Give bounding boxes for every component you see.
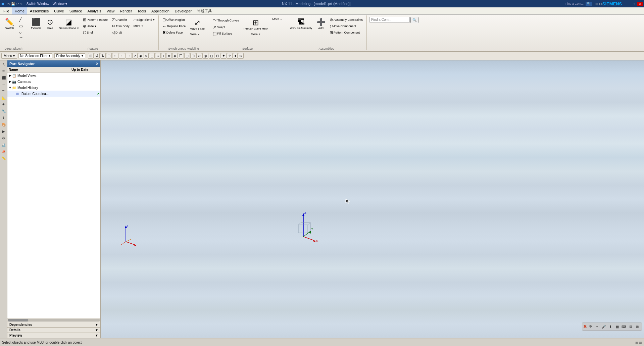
- datum-plane-btn[interactable]: ◪ Datum Plane ▾: [57, 16, 81, 31]
- sidebar-info-icon[interactable]: ℹ: [1, 115, 7, 121]
- sidebar-pmi-icon[interactable]: 📏: [1, 155, 7, 161]
- menu-developer[interactable]: Developer: [172, 7, 194, 14]
- snap-btn-10[interactable]: ○: [144, 53, 149, 59]
- tray-audio-icon[interactable]: 🎤: [601, 324, 607, 330]
- snap-btn-11[interactable]: ◻: [149, 53, 155, 59]
- menu-dropdown-btn[interactable]: Menu ▾: [1, 53, 17, 59]
- snap-btn-2[interactable]: ↺: [94, 53, 100, 59]
- chamfer-btn[interactable]: ◸ Chamfer: [110, 17, 131, 23]
- through-curves-btn[interactable]: 〜 Through Curves: [211, 17, 241, 24]
- sync-more-btn[interactable]: More ▼: [188, 32, 206, 37]
- menu-surface[interactable]: Surface: [67, 7, 85, 14]
- close-btn[interactable]: ×: [637, 2, 643, 6]
- sketch-button[interactable]: ✏️ Sketch: [2, 16, 17, 31]
- snap-btn-9[interactable]: ◈: [138, 53, 143, 59]
- part-navigator-close[interactable]: ×: [96, 61, 98, 66]
- menu-render[interactable]: Render: [117, 7, 135, 14]
- nav-scrollbar[interactable]: [7, 318, 100, 322]
- tray-windows-icon[interactable]: ⊞: [634, 324, 640, 330]
- fill-surface-btn[interactable]: ⬚ Fill Surface: [211, 31, 241, 37]
- snap-btn-4[interactable]: ⊡: [106, 53, 112, 59]
- tree-item-cameras[interactable]: ▶ 📷 Cameras: [7, 79, 100, 85]
- work-on-assembly-btn[interactable]: 🏗 Work on Assembly: [288, 16, 314, 31]
- expand-model-views[interactable]: ▶: [8, 74, 12, 77]
- menu-tools[interactable]: Tools: [135, 7, 149, 14]
- sidebar-inspect-icon[interactable]: 🔬: [1, 142, 7, 148]
- arc-tool[interactable]: ⌒: [17, 36, 25, 43]
- sidebar-analysis2-icon[interactable]: 📐: [1, 95, 7, 101]
- switch-window-btn[interactable]: Switch Window: [27, 2, 49, 6]
- dependencies-header[interactable]: Dependencies ▼: [7, 322, 100, 327]
- trim-body-btn[interactable]: ✂ Trim Body: [110, 23, 131, 29]
- snap-btn-22[interactable]: ⊡: [215, 53, 220, 59]
- menu-special[interactable]: 裕起工具: [194, 7, 214, 14]
- snap-btn-13[interactable]: +: [161, 53, 166, 59]
- swept-btn[interactable]: ↗ Swept: [211, 24, 241, 30]
- feature-more-btn[interactable]: More ▼: [132, 23, 156, 28]
- tray-kb-icon[interactable]: ⌨: [621, 324, 627, 330]
- tree-item-datum-coord[interactable]: ⊞ Datum Coordina... ✔: [7, 91, 100, 97]
- details-header[interactable]: Details ▼: [7, 328, 100, 333]
- edge-blend-btn[interactable]: ⌐ Edge Blend ▾: [132, 17, 156, 23]
- snap-btn-18[interactable]: ⊞: [190, 53, 196, 59]
- menu-application[interactable]: Application: [149, 7, 172, 14]
- tray-grid-icon[interactable]: ▦: [614, 324, 620, 330]
- snap-btn-24[interactable]: ✧: [227, 53, 233, 59]
- snap-btn-7[interactable]: →: [126, 53, 132, 59]
- sidebar-sync2-icon[interactable]: ↔: [1, 81, 7, 87]
- circle-tool[interactable]: ○: [17, 30, 25, 36]
- add-btn[interactable]: ➕ Add: [314, 16, 327, 31]
- shell-btn[interactable]: ⬡ Shell: [81, 30, 110, 36]
- unite-btn[interactable]: ⊕ Unite ▾: [81, 23, 110, 29]
- viewport[interactable]: Z X Y: [101, 60, 644, 338]
- replace-face-btn[interactable]: ↔ Replace Face: [161, 23, 188, 29]
- preview-header[interactable]: Preview ▼: [7, 333, 100, 338]
- rect-tool[interactable]: ▭: [17, 23, 25, 29]
- sidebar-anim-icon[interactable]: ▶: [1, 128, 7, 134]
- snap-btn-21[interactable]: ◻: [209, 53, 214, 59]
- surface-more-btn2[interactable]: More ▼: [249, 32, 262, 37]
- tray-monitor-icon[interactable]: 🖥: [628, 324, 634, 330]
- sidebar-sketch2-icon[interactable]: ✏: [1, 68, 7, 74]
- scope-dropdown[interactable]: Entire Assembly ▼: [54, 53, 85, 58]
- selection-filter-dropdown[interactable]: No Selection Filter ▼: [18, 53, 53, 58]
- window-menu-btn[interactable]: Window ▾: [53, 2, 67, 6]
- draft-btn[interactable]: ◁ Draft: [110, 30, 131, 36]
- minimize-btn[interactable]: −: [625, 2, 631, 6]
- tree-item-model-views[interactable]: ▶ 📋 Model Views: [7, 72, 100, 79]
- snap-btn-8[interactable]: ⊳: [132, 53, 138, 59]
- tray-lang-icon[interactable]: 中: [587, 324, 593, 330]
- snap-btn-23[interactable]: ✦: [221, 53, 227, 59]
- snap-btn-12[interactable]: ⊕: [155, 53, 161, 59]
- menu-file[interactable]: File: [1, 7, 12, 14]
- pattern-component-btn[interactable]: ⊞ Pattern Component: [328, 30, 364, 36]
- snap-btn-3[interactable]: ↻: [100, 53, 106, 59]
- menu-home[interactable]: Home: [12, 7, 27, 14]
- through-curve-mesh-btn[interactable]: ⊞ Through Curve Mesh: [241, 17, 270, 32]
- menu-assemblies[interactable]: Assemblies: [27, 7, 51, 14]
- surface-more-btn[interactable]: More ▼: [271, 17, 284, 21]
- snap-btn-26[interactable]: ⊕: [238, 53, 244, 59]
- pattern-feature-btn[interactable]: ⊞ Pattern Feature: [81, 17, 110, 23]
- tree-item-model-history[interactable]: ▼ 📁 Model History: [7, 85, 100, 91]
- snap-btn-14[interactable]: ⊗: [166, 53, 172, 59]
- line-tool[interactable]: ╱: [17, 17, 25, 23]
- maximize-btn[interactable]: □: [631, 2, 637, 6]
- sidebar-feature2-icon[interactable]: ⬛: [1, 75, 7, 81]
- snap-btn-20[interactable]: ◎: [202, 53, 208, 59]
- extrude-btn[interactable]: ⬛ Extrude: [29, 16, 43, 31]
- hole-btn[interactable]: ⊙ Hole: [44, 16, 56, 31]
- sidebar-surface2-icon[interactable]: 〜: [1, 88, 7, 94]
- move-face-btn[interactable]: ⤢ Move Face: [188, 17, 206, 32]
- snap-btn-6[interactable]: ←: [119, 53, 125, 59]
- snap-btn-5[interactable]: ↔: [112, 53, 118, 59]
- sidebar-select-icon[interactable]: ↖: [1, 61, 7, 67]
- search-input[interactable]: [369, 17, 410, 22]
- sidebar-view2-icon[interactable]: 👁: [1, 101, 7, 107]
- expand-cameras[interactable]: ▶: [8, 80, 12, 83]
- snap-btn-15[interactable]: ◈: [172, 53, 178, 59]
- delete-face-btn[interactable]: ✖ Delete Face: [161, 30, 188, 36]
- move-component-btn[interactable]: ↕ Move Component: [328, 23, 364, 29]
- sidebar-ship-icon[interactable]: ⛵: [1, 148, 7, 154]
- snap-btn-25[interactable]: ♦: [233, 53, 238, 59]
